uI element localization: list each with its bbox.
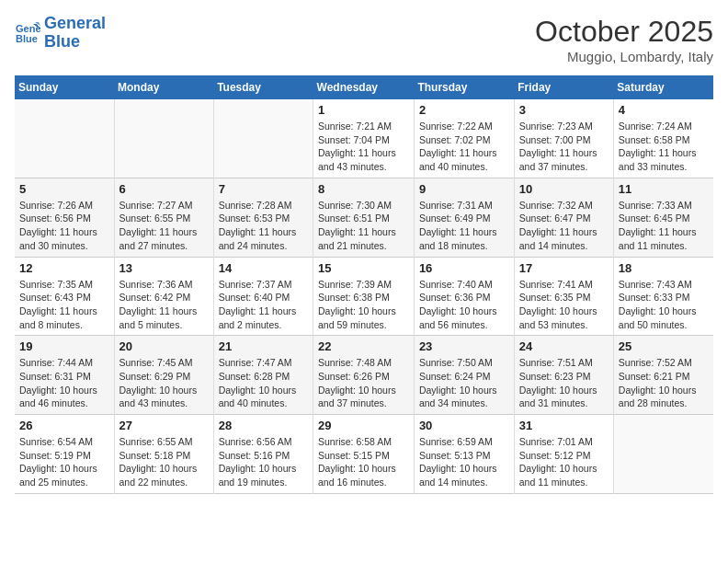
calendar-week-row: 12Sunrise: 7:35 AM Sunset: 6:43 PM Dayli… [15,257,713,336]
day-number: 4 [619,103,709,117]
calendar-week-row: 19Sunrise: 7:44 AM Sunset: 6:31 PM Dayli… [15,336,713,415]
day-number: 7 [219,182,308,196]
day-number: 13 [119,261,209,275]
day-info: Sunrise: 7:40 AM Sunset: 6:36 PM Dayligh… [419,278,509,332]
calendar-week-row: 26Sunrise: 6:54 AM Sunset: 5:19 PM Dayli… [15,415,713,494]
day-info: Sunrise: 7:01 AM Sunset: 5:12 PM Dayligh… [519,435,609,489]
day-number: 31 [519,419,609,432]
location: Muggio, Lombardy, Italy [535,49,713,64]
day-info: Sunrise: 6:55 AM Sunset: 5:18 PM Dayligh… [119,435,209,489]
calendar-cell: 17Sunrise: 7:41 AM Sunset: 6:35 PM Dayli… [514,257,613,336]
day-info: Sunrise: 7:39 AM Sunset: 6:38 PM Dayligh… [318,278,409,332]
day-number: 26 [19,419,109,432]
calendar-week-row: 5Sunrise: 7:26 AM Sunset: 6:56 PM Daylig… [15,178,713,257]
weekday-header: Tuesday [213,75,313,99]
day-number: 12 [19,261,109,275]
day-info: Sunrise: 7:37 AM Sunset: 6:40 PM Dayligh… [219,278,308,332]
day-info: Sunrise: 7:22 AM Sunset: 7:02 PM Dayligh… [419,120,509,174]
logo-text: General Blue [44,15,106,52]
day-info: Sunrise: 7:47 AM Sunset: 6:28 PM Dayligh… [219,356,308,410]
calendar-cell: 21Sunrise: 7:47 AM Sunset: 6:28 PM Dayli… [213,336,313,415]
calendar-cell: 15Sunrise: 7:39 AM Sunset: 6:38 PM Dayli… [313,257,415,336]
calendar-header-row: SundayMondayTuesdayWednesdayThursdayFrid… [15,75,713,99]
day-info: Sunrise: 7:23 AM Sunset: 7:00 PM Dayligh… [519,120,609,174]
calendar-cell: 13Sunrise: 7:36 AM Sunset: 6:42 PM Dayli… [114,257,213,336]
day-info: Sunrise: 7:27 AM Sunset: 6:55 PM Dayligh… [119,199,209,253]
svg-text:Blue: Blue [16,33,38,44]
day-number: 24 [519,339,609,353]
weekday-header: Friday [514,75,613,99]
day-number: 28 [219,419,308,432]
calendar-cell: 1Sunrise: 7:21 AM Sunset: 7:04 PM Daylig… [313,99,415,178]
calendar-cell [114,99,213,178]
calendar-cell: 9Sunrise: 7:31 AM Sunset: 6:49 PM Daylig… [414,178,514,257]
day-info: Sunrise: 7:45 AM Sunset: 6:29 PM Dayligh… [119,356,209,410]
day-number: 21 [219,339,308,353]
day-info: Sunrise: 6:54 AM Sunset: 5:19 PM Dayligh… [19,435,109,489]
day-number: 19 [19,339,109,353]
calendar-body: 1Sunrise: 7:21 AM Sunset: 7:04 PM Daylig… [15,99,713,493]
day-info: Sunrise: 7:52 AM Sunset: 6:21 PM Dayligh… [619,356,709,410]
day-number: 9 [419,182,509,196]
calendar-cell [213,99,313,178]
weekday-header: Thursday [414,75,514,99]
calendar-cell: 10Sunrise: 7:32 AM Sunset: 6:47 PM Dayli… [514,178,613,257]
day-number: 27 [119,419,209,432]
title-block: October 2025 Muggio, Lombardy, Italy [535,15,713,64]
calendar-cell: 23Sunrise: 7:50 AM Sunset: 6:24 PM Dayli… [414,336,514,415]
calendar-table: SundayMondayTuesdayWednesdayThursdayFrid… [15,75,713,494]
day-info: Sunrise: 6:56 AM Sunset: 5:16 PM Dayligh… [219,435,308,489]
day-info: Sunrise: 7:30 AM Sunset: 6:51 PM Dayligh… [318,199,409,253]
day-number: 10 [519,182,609,196]
day-number: 16 [419,261,509,275]
logo-line1: General [44,14,106,32]
day-info: Sunrise: 7:44 AM Sunset: 6:31 PM Dayligh… [19,356,109,410]
day-info: Sunrise: 7:51 AM Sunset: 6:23 PM Dayligh… [519,356,609,410]
day-info: Sunrise: 7:50 AM Sunset: 6:24 PM Dayligh… [419,356,509,410]
day-number: 2 [419,103,509,117]
calendar-cell [15,99,114,178]
day-info: Sunrise: 6:58 AM Sunset: 5:15 PM Dayligh… [318,435,409,489]
calendar-cell: 22Sunrise: 7:48 AM Sunset: 6:26 PM Dayli… [313,336,415,415]
day-info: Sunrise: 7:33 AM Sunset: 6:45 PM Dayligh… [619,199,709,253]
day-info: Sunrise: 7:31 AM Sunset: 6:49 PM Dayligh… [419,199,509,253]
calendar-cell: 25Sunrise: 7:52 AM Sunset: 6:21 PM Dayli… [613,336,713,415]
calendar-cell: 14Sunrise: 7:37 AM Sunset: 6:40 PM Dayli… [213,257,313,336]
day-number: 29 [318,419,409,432]
day-number: 18 [619,261,709,275]
calendar-cell: 31Sunrise: 7:01 AM Sunset: 5:12 PM Dayli… [514,415,613,494]
calendar-cell: 30Sunrise: 6:59 AM Sunset: 5:13 PM Dayli… [414,415,514,494]
day-info: Sunrise: 7:36 AM Sunset: 6:42 PM Dayligh… [119,278,209,332]
weekday-header: Sunday [15,75,114,99]
day-info: Sunrise: 7:43 AM Sunset: 6:33 PM Dayligh… [619,278,709,332]
month-title: October 2025 [535,15,713,49]
day-number: 23 [419,339,509,353]
weekday-header: Wednesday [313,75,415,99]
calendar-cell: 28Sunrise: 6:56 AM Sunset: 5:16 PM Dayli… [213,415,313,494]
calendar-cell: 5Sunrise: 7:26 AM Sunset: 6:56 PM Daylig… [15,178,114,257]
weekday-header: Monday [114,75,213,99]
logo: General Blue General Blue [15,15,106,52]
day-number: 22 [318,339,409,353]
calendar-cell: 3Sunrise: 7:23 AM Sunset: 7:00 PM Daylig… [514,99,613,178]
calendar-cell: 6Sunrise: 7:27 AM Sunset: 6:55 PM Daylig… [114,178,213,257]
day-number: 15 [318,261,409,275]
calendar-cell: 26Sunrise: 6:54 AM Sunset: 5:19 PM Dayli… [15,415,114,494]
day-number: 8 [318,182,409,196]
day-number: 20 [119,339,209,353]
calendar-cell: 2Sunrise: 7:22 AM Sunset: 7:02 PM Daylig… [414,99,514,178]
calendar-cell: 12Sunrise: 7:35 AM Sunset: 6:43 PM Dayli… [15,257,114,336]
weekday-header: Saturday [613,75,713,99]
day-info: Sunrise: 7:24 AM Sunset: 6:58 PM Dayligh… [619,120,709,174]
calendar-cell: 4Sunrise: 7:24 AM Sunset: 6:58 PM Daylig… [613,99,713,178]
day-number: 1 [318,103,409,117]
day-number: 5 [19,182,109,196]
calendar-cell: 8Sunrise: 7:30 AM Sunset: 6:51 PM Daylig… [313,178,415,257]
calendar-cell: 19Sunrise: 7:44 AM Sunset: 6:31 PM Dayli… [15,336,114,415]
calendar-cell [613,415,713,494]
day-number: 3 [519,103,609,117]
day-number: 17 [519,261,609,275]
day-info: Sunrise: 7:41 AM Sunset: 6:35 PM Dayligh… [519,278,609,332]
calendar-cell: 11Sunrise: 7:33 AM Sunset: 6:45 PM Dayli… [613,178,713,257]
calendar-cell: 29Sunrise: 6:58 AM Sunset: 5:15 PM Dayli… [313,415,415,494]
